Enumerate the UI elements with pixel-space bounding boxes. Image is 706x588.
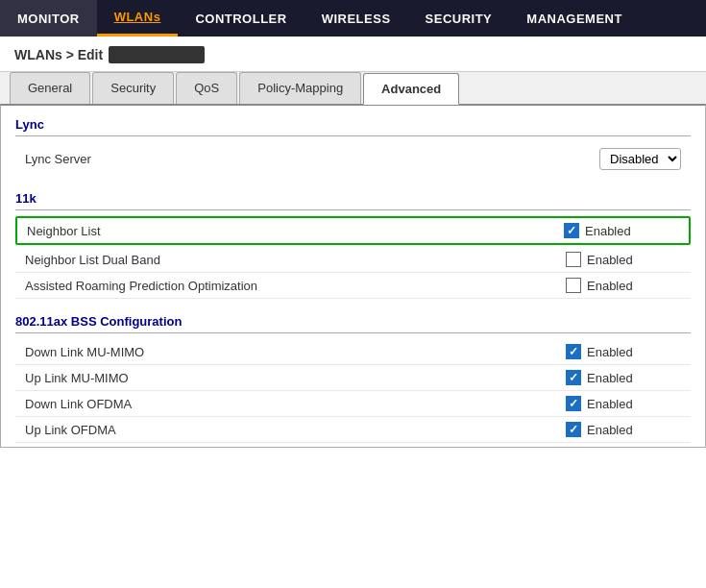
up-link-ofdma-label: Up Link OFDMA	[25, 423, 566, 437]
down-link-ofdma-checkbox[interactable]	[566, 396, 581, 411]
neighbor-list-enabled-label: Enabled	[585, 224, 631, 238]
breadcrumb-redacted	[109, 46, 205, 63]
down-link-mu-mimo-enabled-label: Enabled	[587, 345, 633, 359]
neighbor-list-row: Neighbor List Enabled	[15, 216, 691, 245]
up-link-ofdma-row: Up Link OFDMA Enabled	[15, 417, 691, 443]
neighbor-list-dual-band-label: Neighbor List Dual Band	[25, 253, 566, 267]
nav-wireless[interactable]: WIRELESS	[304, 0, 408, 37]
down-link-ofdma-control: Enabled	[566, 396, 681, 411]
nav-security[interactable]: SECURITY	[408, 0, 510, 37]
down-link-ofdma-enabled-label: Enabled	[587, 397, 633, 411]
tab-bar: General Security QoS Policy-Mapping Adva…	[0, 71, 706, 104]
11k-section-title: 11k	[15, 185, 691, 210]
neighbor-list-dual-band-checkbox[interactable]	[566, 252, 581, 267]
breadcrumb-text: WLANs > Edit	[14, 47, 103, 62]
lync-server-row: Lync Server Disabled Enabled	[15, 142, 691, 176]
assisted-roaming-checkbox[interactable]	[566, 278, 581, 293]
up-link-ofdma-checkbox[interactable]	[566, 422, 581, 437]
nav-management[interactable]: MANAGEMENT	[509, 0, 640, 37]
tab-qos[interactable]: QoS	[176, 72, 237, 104]
up-link-ofdma-control: Enabled	[566, 422, 681, 437]
nav-monitor[interactable]: MONITOR	[0, 0, 97, 37]
bss-section-title: 802.11ax BSS Configuration	[15, 308, 691, 333]
up-link-mu-mimo-label: Up Link MU-MIMO	[25, 371, 566, 385]
neighbor-list-dual-band-row: Neighbor List Dual Band Enabled	[15, 247, 691, 273]
down-link-ofdma-row: Down Link OFDMA Enabled	[15, 391, 691, 417]
down-link-ofdma-label: Down Link OFDMA	[25, 397, 566, 411]
content-area: Lync Lync Server Disabled Enabled 11k Ne…	[0, 104, 706, 448]
neighbor-list-checkbox[interactable]	[564, 223, 579, 238]
down-link-mu-mimo-checkbox[interactable]	[566, 344, 581, 359]
neighbor-list-dual-band-control: Enabled	[566, 252, 681, 267]
up-link-mu-mimo-control: Enabled	[566, 370, 681, 385]
up-link-ofdma-enabled-label: Enabled	[587, 423, 633, 437]
nav-wlans[interactable]: WLANs	[97, 0, 179, 37]
up-link-mu-mimo-enabled-label: Enabled	[587, 371, 633, 385]
neighbor-list-dual-band-enabled-label: Enabled	[587, 253, 633, 267]
lync-server-label: Lync Server	[25, 152, 599, 166]
neighbor-list-label: Neighbor List	[27, 224, 564, 238]
up-link-mu-mimo-checkbox[interactable]	[566, 370, 581, 385]
assisted-roaming-label: Assisted Roaming Prediction Optimization	[25, 279, 566, 293]
assisted-roaming-row: Assisted Roaming Prediction Optimization…	[15, 273, 691, 299]
lync-section: Lync Lync Server Disabled Enabled	[1, 106, 705, 180]
down-link-mu-mimo-label: Down Link MU-MIMO	[25, 345, 566, 359]
tab-security[interactable]: Security	[92, 72, 174, 104]
tab-general[interactable]: General	[10, 72, 90, 104]
breadcrumb: WLANs > Edit	[0, 37, 706, 71]
down-link-mu-mimo-control: Enabled	[566, 344, 681, 359]
up-link-mu-mimo-row: Up Link MU-MIMO Enabled	[15, 365, 691, 391]
lync-server-select[interactable]: Disabled Enabled	[599, 148, 681, 170]
tab-advanced[interactable]: Advanced	[363, 73, 459, 105]
bss-section: 802.11ax BSS Configuration Down Link MU-…	[1, 303, 705, 447]
assisted-roaming-control: Enabled	[566, 278, 681, 293]
neighbor-list-control: Enabled	[564, 223, 679, 238]
down-link-mu-mimo-row: Down Link MU-MIMO Enabled	[15, 339, 691, 365]
lync-section-title: Lync	[15, 111, 691, 136]
top-navigation: MONITOR WLANs CONTROLLER WIRELESS SECURI…	[0, 0, 706, 37]
assisted-roaming-enabled-label: Enabled	[587, 279, 633, 293]
tab-policy-mapping[interactable]: Policy-Mapping	[239, 72, 361, 104]
11k-section: 11k Neighbor List Enabled Neighbor List …	[1, 180, 705, 303]
nav-controller[interactable]: CONTROLLER	[178, 0, 304, 37]
